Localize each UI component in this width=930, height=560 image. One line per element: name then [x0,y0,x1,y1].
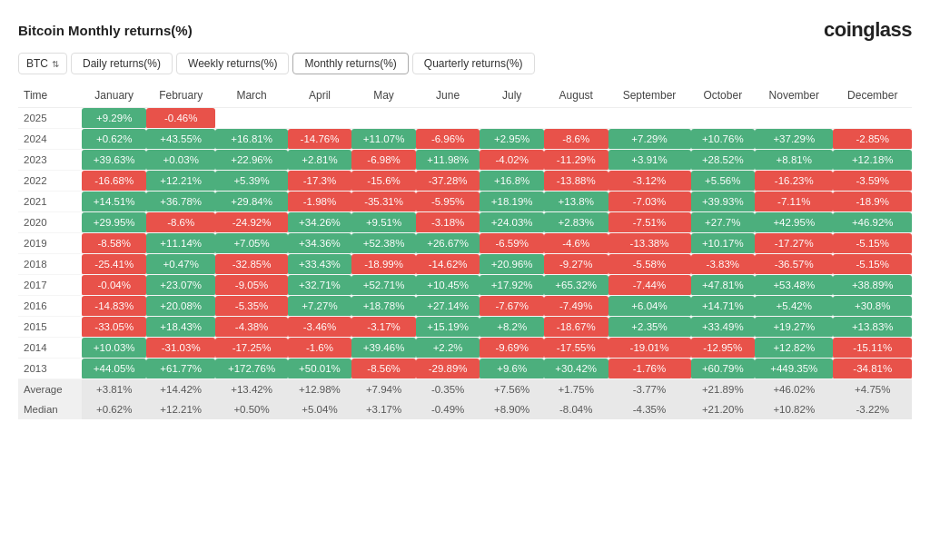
tab-monthly[interactable]: Monthly returns(%) [292,53,408,74]
value-cell: -34.81% [833,359,912,379]
year-cell: 2014 [18,338,82,359]
value-cell: +29.84% [215,192,287,212]
value-cell: -0.46% [146,108,215,129]
value-cell: +0.47% [146,254,215,275]
col-aug: August [544,84,608,108]
tab-quarterly[interactable]: Quarterly returns(%) [412,53,535,74]
value-cell [544,108,608,129]
page-title: Bitcoin Monthly returns(%) [18,23,193,38]
col-mar: March [215,84,287,108]
tab-weekly[interactable]: Weekly returns(%) [176,53,289,74]
value-cell: -13.38% [608,233,691,254]
value-cell: +22.96% [215,150,287,171]
value-cell: +50.01% [288,359,352,379]
value-cell: -15.6% [351,171,416,192]
value-cell: +16.81% [215,129,287,150]
value-cell: -16.23% [755,171,833,192]
value-cell: -16.68% [82,171,146,192]
table-row: 2015-33.05%+18.43%-4.38%-3.46%-3.17%+15.… [18,317,912,338]
value-cell: -7.11% [755,192,833,212]
avg-cell: +7.56% [480,379,544,400]
median-cell: -4.35% [608,399,691,419]
table-row: 2014+10.03%-31.03%-17.25%-1.6%+39.46%+2.… [18,338,912,359]
value-cell [416,108,480,129]
value-cell: -18.9% [833,192,912,212]
value-cell [480,108,544,129]
value-cell: -9.27% [544,254,608,275]
avg-cell: +12.98% [288,379,352,400]
value-cell: +24.03% [480,212,544,233]
value-cell: -11.29% [544,150,608,171]
table-body: 2025+9.29%-0.46%2024+0.62%+43.55%+16.81%… [18,108,912,379]
value-cell: -1.76% [608,359,691,379]
value-cell: +9.29% [82,108,146,129]
tab-daily[interactable]: Daily returns(%) [71,53,173,74]
value-cell: +34.36% [288,233,352,254]
year-cell: 2018 [18,254,82,275]
value-cell: +449.35% [755,359,833,379]
value-cell: +19.27% [755,317,833,338]
avg-cell: -0.35% [416,379,480,400]
value-cell: +14.71% [691,296,756,317]
median-cell: -0.49% [416,399,480,419]
value-cell: +9.6% [480,359,544,379]
col-dec: December [833,84,912,108]
value-cell: -7.51% [608,212,691,233]
value-cell: -17.27% [755,233,833,254]
average-label: Average [18,379,82,400]
value-cell: +14.51% [82,192,146,212]
value-cell: +15.19% [416,317,480,338]
value-cell: +52.38% [351,233,416,254]
col-jan: January [82,84,146,108]
value-cell: -7.44% [608,275,691,296]
value-cell: +2.35% [608,317,691,338]
value-cell: +60.79% [691,359,756,379]
median-label: Median [18,399,82,419]
value-cell: +2.81% [288,150,352,171]
btc-selector[interactable]: BTC ⇅ [18,53,67,74]
value-cell: -5.15% [833,254,912,275]
value-cell: +32.71% [288,275,352,296]
average-row: Average +3.81%+14.42%+13.42%+12.98%+7.94… [18,379,912,400]
value-cell: -15.11% [833,338,912,359]
value-cell: +8.2% [480,317,544,338]
value-cell: -6.96% [416,129,480,150]
table-header-row: Time January February March April May Ju… [18,84,912,108]
value-cell: -3.17% [351,317,416,338]
value-cell: -4.02% [480,150,544,171]
col-time: Time [18,84,82,108]
col-jun: June [416,84,480,108]
value-cell: +6.04% [608,296,691,317]
year-cell: 2020 [18,212,82,233]
value-cell: -36.57% [755,254,833,275]
value-cell: +47.81% [691,275,756,296]
value-cell [215,108,287,129]
value-cell: +20.96% [480,254,544,275]
value-cell: -12.95% [691,338,756,359]
value-cell: -5.95% [416,192,480,212]
median-cell: +12.21% [146,399,215,419]
median-row: Median +0.62%+12.21%+0.50%+5.04%+3.17%-0… [18,399,912,419]
table-row: 2017-0.04%+23.07%-9.05%+32.71%+52.71%+10… [18,275,912,296]
value-cell: -3.83% [691,254,756,275]
value-cell: +39.63% [82,150,146,171]
value-cell: -17.55% [544,338,608,359]
value-cell: +5.56% [691,171,756,192]
avg-cell: +1.75% [544,379,608,400]
value-cell: -9.05% [215,275,287,296]
value-cell: -7.67% [480,296,544,317]
value-cell: -5.15% [833,233,912,254]
value-cell: -5.35% [215,296,287,317]
value-cell: +7.27% [288,296,352,317]
value-cell: +46.92% [833,212,912,233]
brand-logo: coinglass [824,18,912,42]
table-row: 2021+14.51%+36.78%+29.84%-1.98%-35.31%-5… [18,192,912,212]
value-cell: +29.95% [82,212,146,233]
year-cell: 2021 [18,192,82,212]
table-row: 2020+29.95%-8.6%-24.92%+34.26%+9.51%-3.1… [18,212,912,233]
value-cell: +39.93% [691,192,756,212]
value-cell: +7.29% [608,129,691,150]
col-may: May [351,84,416,108]
value-cell: +33.49% [691,317,756,338]
value-cell: +61.77% [146,359,215,379]
